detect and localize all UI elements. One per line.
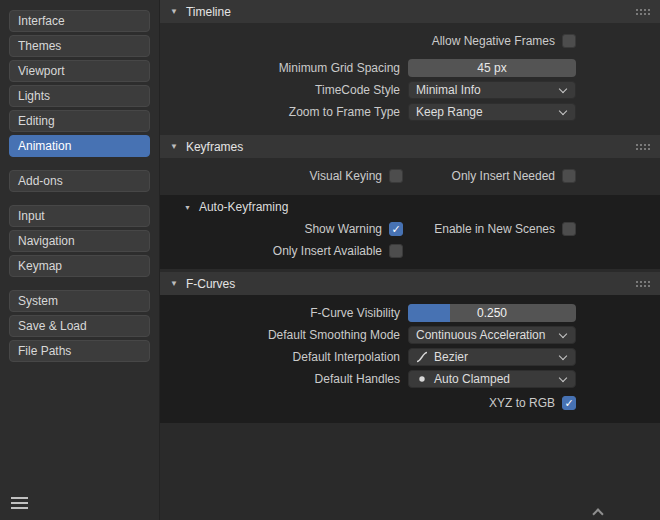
panel-timeline: ▼ Timeline Allow Negative Frames Minimum…	[160, 0, 660, 132]
allow-negative-frames-row: Allow Negative Frames	[160, 31, 660, 51]
timeline-panel-body: Allow Negative Frames Minimum Grid Spaci…	[160, 23, 660, 132]
fcurve-visibility-row: F-Curve Visibility 0.250	[160, 303, 660, 323]
keyframes-panel-body: Visual Keying Only Insert Needed ▼ Auto-…	[160, 158, 660, 269]
disclosure-triangle-icon[interactable]: ▼	[184, 204, 191, 211]
chevron-down-icon	[559, 353, 568, 362]
smoothing-mode-dropdown[interactable]: Continuous Acceleration	[408, 326, 576, 344]
preferences-main: ▼ Timeline Allow Negative Frames Minimum…	[160, 0, 660, 520]
disclosure-triangle-icon[interactable]: ▼	[170, 279, 178, 288]
checkbox-label: Visual Keying	[310, 169, 383, 183]
chevron-down-icon	[559, 331, 568, 340]
sidebar-item-keymap[interactable]: Keymap	[9, 255, 150, 277]
min-grid-spacing-row: Minimum Grid Spacing 45 px	[160, 58, 660, 78]
timeline-panel-header[interactable]: ▼ Timeline	[160, 0, 660, 23]
nav-group-addons: Add-ons	[9, 170, 150, 192]
checkbox-label: XYZ to RGB	[489, 396, 555, 410]
panel-title: Keyframes	[186, 140, 243, 154]
keyframes-panel-header[interactable]: ▼ Keyframes	[160, 135, 660, 158]
smoothing-mode-row: Default Smoothing Mode Continuous Accele…	[160, 325, 660, 345]
fcurves-panel-header[interactable]: ▼ F-Curves	[160, 272, 660, 295]
only-insert-needed-checkbox[interactable]	[562, 169, 576, 183]
field-label: TimeCode Style	[160, 83, 408, 97]
sidebar-item-navigation[interactable]: Navigation	[9, 230, 150, 252]
panel-title: Timeline	[186, 5, 231, 19]
checkbox-label: Show Warning	[304, 222, 382, 236]
slider-value: 0.250	[408, 304, 576, 322]
keying-checkboxes-row: Visual Keying Only Insert Needed	[160, 166, 660, 186]
sidebar-item-addons[interactable]: Add-ons	[9, 170, 150, 192]
chevron-down-icon	[559, 86, 568, 95]
checkbox-label: Only Insert Available	[273, 244, 382, 258]
nav-group-main: Interface Themes Viewport Lights Editing…	[9, 10, 150, 157]
allow-negative-frames-checkbox[interactable]	[562, 34, 576, 48]
field-label: F-Curve Visibility	[160, 306, 408, 320]
handle-dot-icon	[416, 373, 428, 385]
xyz-to-rgb-row: XYZ to RGB	[160, 393, 660, 413]
preferences-menu-icon[interactable]	[11, 497, 28, 509]
dropdown-value: Continuous Acceleration	[416, 328, 545, 342]
checkbox-label: Allow Negative Frames	[432, 34, 555, 48]
bezier-curve-icon	[416, 351, 428, 363]
subpanel-title: Auto-Keyframing	[199, 200, 288, 214]
timecode-style-row: TimeCode Style Minimal Info	[160, 80, 660, 100]
disclosure-triangle-icon[interactable]: ▼	[170, 142, 178, 151]
default-handles-row: Default Handles Auto Clamped	[160, 369, 660, 389]
sidebar-item-lights[interactable]: Lights	[9, 85, 150, 107]
sidebar-item-interface[interactable]: Interface	[9, 10, 150, 32]
sidebar-item-system[interactable]: System	[9, 290, 150, 312]
dropdown-value: Auto Clamped	[434, 372, 510, 386]
dropdown-value: Keep Range	[416, 105, 483, 119]
enable-in-new-scenes-checkbox[interactable]	[562, 222, 576, 236]
preferences-sidebar: Interface Themes Viewport Lights Editing…	[0, 0, 160, 520]
chevron-down-icon	[559, 375, 568, 384]
nav-group-input: Input Navigation Keymap	[9, 205, 150, 277]
panel-drag-grip-icon[interactable]	[635, 280, 651, 288]
field-label: Default Smoothing Mode	[160, 328, 408, 342]
auto-key-checkboxes-row: Show Warning Enable in New Scenes	[160, 219, 660, 239]
field-label: Default Interpolation	[160, 350, 408, 364]
nav-group-system: System Save & Load File Paths	[9, 290, 150, 362]
blender-preferences-window: Interface Themes Viewport Lights Editing…	[0, 0, 660, 520]
field-label: Default Handles	[160, 372, 408, 386]
sidebar-item-file-paths[interactable]: File Paths	[9, 340, 150, 362]
auto-keyframing-header[interactable]: ▼ Auto-Keyframing	[160, 195, 660, 219]
panel-title: F-Curves	[186, 277, 235, 291]
zoom-to-frame-dropdown[interactable]: Keep Range	[408, 103, 576, 121]
panel-keyframes: ▼ Keyframes Visual Keying Only Insert Ne…	[160, 135, 660, 269]
auto-keyframing-subpanel: ▼ Auto-Keyframing Show Warning Enable in…	[160, 195, 660, 269]
dropdown-value: Minimal Info	[416, 83, 481, 97]
disclosure-triangle-icon[interactable]: ▼	[170, 7, 178, 16]
zoom-to-frame-row: Zoom to Frame Type Keep Range	[160, 102, 660, 122]
show-warning-checkbox[interactable]	[389, 222, 403, 236]
handles-dropdown[interactable]: Auto Clamped	[408, 370, 576, 388]
only-insert-available-checkbox[interactable]	[389, 244, 403, 258]
sidebar-item-viewport[interactable]: Viewport	[9, 60, 150, 82]
default-interpolation-row: Default Interpolation Bezier	[160, 347, 660, 367]
field-label: Zoom to Frame Type	[160, 105, 408, 119]
panel-drag-grip-icon[interactable]	[635, 8, 651, 16]
only-insert-available-row: Only Insert Available	[160, 241, 660, 261]
scroll-up-indicator-icon[interactable]	[592, 507, 604, 517]
fcurve-visibility-slider[interactable]: 0.250	[408, 304, 576, 322]
sidebar-item-animation[interactable]: Animation	[9, 135, 150, 157]
timecode-style-dropdown[interactable]: Minimal Info	[408, 81, 576, 99]
field-label: Minimum Grid Spacing	[160, 61, 408, 75]
min-grid-spacing-field[interactable]: 45 px	[408, 59, 576, 77]
panel-fcurves: ▼ F-Curves F-Curve Visibility 0.250 Defa…	[160, 272, 660, 423]
interpolation-dropdown[interactable]: Bezier	[408, 348, 576, 366]
panel-drag-grip-icon[interactable]	[635, 143, 651, 151]
sidebar-item-input[interactable]: Input	[9, 205, 150, 227]
xyz-to-rgb-checkbox[interactable]	[562, 396, 576, 410]
sidebar-item-save-load[interactable]: Save & Load	[9, 315, 150, 337]
checkbox-label: Enable in New Scenes	[434, 222, 555, 236]
checkbox-label: Only Insert Needed	[452, 169, 555, 183]
visual-keying-checkbox[interactable]	[389, 169, 403, 183]
chevron-down-icon	[559, 108, 568, 117]
sidebar-item-themes[interactable]: Themes	[9, 35, 150, 57]
sidebar-item-editing[interactable]: Editing	[9, 110, 150, 132]
fcurves-panel-body: F-Curve Visibility 0.250 Default Smoothi…	[160, 295, 660, 423]
dropdown-value: Bezier	[434, 350, 468, 364]
